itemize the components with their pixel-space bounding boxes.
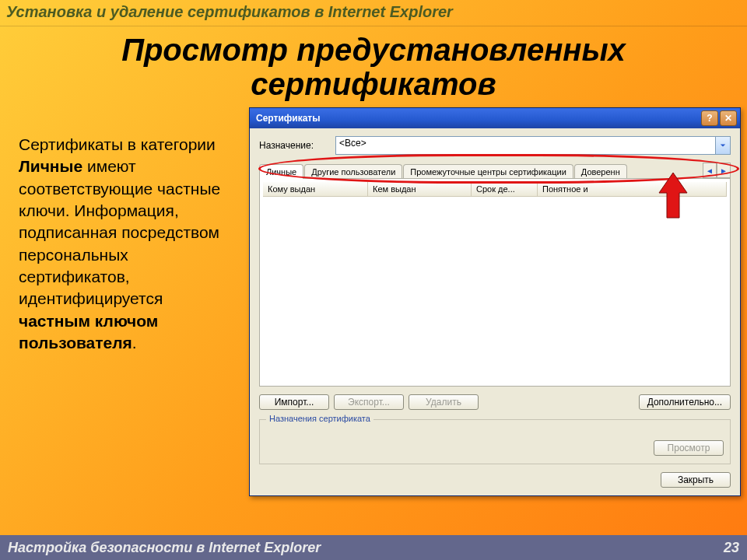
tab-page: Кому выдан Кем выдан Срок де... Понятное…: [259, 178, 731, 387]
column-friendly-name[interactable]: Понятное и: [538, 182, 727, 196]
delete-button[interactable]: Удалить: [409, 394, 479, 410]
tab-other-users[interactable]: Другие пользователи: [304, 164, 402, 179]
footer-text: Настройка безопасности в Internet Explor…: [8, 540, 321, 556]
view-button[interactable]: Просмотр: [654, 440, 724, 456]
column-issued-to[interactable]: Кому выдан: [263, 182, 368, 196]
close-window-button[interactable]: ✕: [720, 110, 737, 126]
chevron-right-icon: ►: [720, 166, 728, 175]
export-button[interactable]: Экспорт...: [334, 394, 404, 410]
page-number: 23: [724, 540, 739, 556]
help-icon: ?: [707, 113, 712, 124]
tab-personal[interactable]: Личные: [259, 164, 303, 179]
import-button[interactable]: Импорт...: [259, 394, 329, 410]
tab-scroll-left[interactable]: ◄: [703, 163, 717, 178]
certificates-dialog: Сертификаты ? ✕ Назначение: <Все> Личные…: [249, 107, 741, 496]
slide-header: Установка и удаление сертификатов в Inte…: [0, 0, 747, 26]
tab-strip: Личные Другие пользователи Промежуточные…: [259, 163, 731, 178]
close-icon: ✕: [724, 113, 732, 124]
cert-purpose-groupbox: Назначения сертификата Просмотр: [259, 419, 731, 464]
column-issued-by[interactable]: Кем выдан: [368, 182, 472, 196]
slide-body-text: Сертификаты в категории Личные имеют соо…: [19, 134, 221, 354]
listview-body[interactable]: [263, 197, 727, 369]
chevron-left-icon: ◄: [706, 166, 714, 175]
dialog-titlebar[interactable]: Сертификаты ? ✕: [250, 108, 740, 128]
slide-footer: Настройка безопасности в Internet Explor…: [0, 535, 747, 560]
tab-scroll-right[interactable]: ►: [717, 163, 731, 178]
close-button[interactable]: Закрыть: [661, 472, 731, 488]
groupbox-title: Назначения сертификата: [266, 414, 374, 423]
help-button[interactable]: ?: [701, 110, 718, 126]
tab-intermediate-ca[interactable]: Промежуточные центры сертификации: [403, 164, 573, 179]
listview-header: Кому выдан Кем выдан Срок де... Понятное…: [263, 182, 727, 197]
purpose-value: <Все>: [339, 138, 366, 149]
chevron-down-icon[interactable]: [715, 137, 730, 154]
tab-trusted[interactable]: Доверенн: [574, 164, 627, 179]
slide-title: Просмотр предустановленных сертификатов: [0, 33, 747, 101]
purpose-label: Назначение:: [259, 140, 314, 151]
purpose-combo[interactable]: <Все>: [335, 136, 731, 155]
advanced-button[interactable]: Дополнительно...: [639, 394, 731, 410]
column-expires[interactable]: Срок де...: [472, 182, 538, 196]
dialog-title: Сертификаты: [256, 113, 320, 124]
